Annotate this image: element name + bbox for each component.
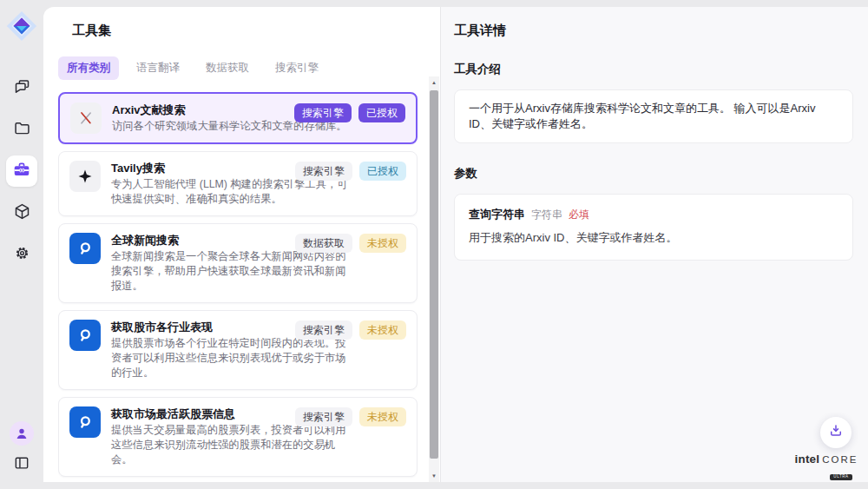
blueq-icon [69, 233, 101, 264]
page-title: 工具集 [72, 23, 418, 39]
app-logo-icon [5, 10, 38, 43]
rail-bottom [10, 421, 34, 472]
category-badge: 搜索引擎 [295, 162, 352, 181]
category-badge: 数据获取 [295, 234, 352, 253]
param-card: 查询字符串 字符串 必填 用于搜索的Arxiv ID、关键字或作者姓名。 [454, 194, 853, 261]
blueq-icon [69, 320, 101, 351]
tool-list-pane: 工具集 所有类别语言翻译数据获取搜索引擎 Arxiv文献搜索 访问各个研究领域大… [58, 7, 418, 482]
tool-description: 提供股票市场各个行业在特定时间段内的表现。投资者可以利用这些信息来识别表现优于或… [111, 336, 352, 380]
category-badge: 搜索引擎 [294, 103, 352, 122]
detail-title: 工具详情 [454, 23, 852, 39]
intro-text: 一个用于从Arxiv存储库搜索科学论文和文章的工具。 输入可以是Arxiv ID… [454, 89, 853, 143]
download-icon [828, 423, 844, 442]
rail-item-cube[interactable] [6, 197, 37, 228]
cube-icon [13, 202, 31, 224]
panel-toggle-icon [13, 454, 30, 472]
rail-item-folder[interactable] [6, 114, 37, 145]
settings-icon [13, 244, 31, 266]
avatar-icon [14, 426, 30, 441]
tool-card-list: Arxiv文献搜索 访问各个研究领域大量科学论文和文章的存储库。 搜索引擎 已授… [58, 92, 418, 482]
param-name: 查询字符串 [469, 207, 525, 222]
arxiv-icon [70, 102, 102, 134]
folder-icon [13, 119, 31, 141]
scroll-up-button[interactable]: ▲ [429, 76, 439, 89]
chat-icon [13, 77, 31, 99]
tab-3[interactable]: 搜索引擎 [266, 56, 327, 80]
tool-card[interactable]: 获取市场最活跃股票信息 提供当天交易量最高的股票列表，投资者可以利用这些信息来识… [58, 397, 418, 477]
tool-description: 专为人工智能代理 (LLM) 构建的搜索引擎工具，可快速提供实时、准确和真实的结… [111, 177, 352, 207]
params-heading: 参数 [454, 166, 852, 182]
blueq-icon [69, 406, 101, 438]
auth-status-badge: 未授权 [359, 320, 406, 340]
tool-card[interactable]: Arxiv文献搜索 访问各个研究领域大量科学论文和文章的存储库。 搜索引擎 已授… [58, 92, 418, 144]
intel-badge: ULTRA [830, 474, 852, 481]
category-badge: 搜索引擎 [295, 320, 352, 340]
auth-status-badge: 未授权 [359, 234, 406, 253]
left-rail [0, 0, 43, 482]
scroll-down-button[interactable]: ▼ [429, 470, 439, 482]
tool-description: 提供当天交易量最高的股票列表，投资者可以利用这些信息来识别流动性强的股票和潜在的… [111, 423, 352, 467]
intel-core-logo: intel CORE ULTRA [796, 453, 857, 481]
param-desc: 用于搜索的Arxiv ID、关键字或作者姓名。 [469, 230, 838, 246]
category-tabs: 所有类别语言翻译数据获取搜索引擎 [58, 56, 418, 80]
auth-status-badge: 未授权 [359, 407, 406, 426]
scrollbar-thumb[interactable] [430, 90, 438, 459]
tool-card[interactable]: 获取股市各行业表现 提供股票市场各个行业在特定时间段内的表现。投资者可以利用这些… [58, 310, 418, 390]
param-required-badge: 必填 [569, 208, 589, 222]
tool-card[interactable]: 全球新闻搜索 全球新闻搜索是一个聚合全球各大新闻网站内容的搜索引擎，帮助用户快速… [58, 223, 418, 303]
tool-badges: 搜索引擎 已授权 [294, 103, 405, 122]
tool-card[interactable]: Tavily搜索 专为人工智能代理 (LLM) 构建的搜索引擎工具，可快速提供实… [58, 151, 418, 216]
rail-item-avatar[interactable] [10, 421, 34, 446]
rail-item-panel-toggle[interactable] [13, 454, 30, 472]
main-panel: 工具集 所有类别语言翻译数据获取搜索引擎 Arxiv文献搜索 访问各个研究领域大… [43, 7, 868, 482]
list-scrollbar[interactable]: ▲ ▼ [429, 76, 439, 482]
tab-0[interactable]: 所有类别 [58, 56, 119, 80]
rail-item-settings[interactable] [6, 239, 37, 270]
tool-badges: 搜索引擎 未授权 [295, 320, 406, 340]
app-window: 工具集 所有类别语言翻译数据获取搜索引擎 Arxiv文献搜索 访问各个研究领域大… [0, 0, 868, 489]
tool-badges: 数据获取 未授权 [295, 234, 406, 253]
category-badge: 搜索引擎 [295, 407, 352, 426]
intro-heading: 工具介绍 [454, 62, 852, 77]
tool-badges: 搜索引擎 已授权 [295, 162, 406, 181]
download-button[interactable] [820, 417, 852, 448]
intel-wordmark: intel [795, 453, 820, 466]
rail-item-chat[interactable] [6, 72, 37, 103]
star-icon [69, 161, 101, 192]
tool-detail-pane: 工具详情 工具介绍 一个用于从Arxiv存储库搜索科学论文和文章的工具。 输入可… [440, 7, 868, 482]
tool-description: 全球新闻搜索是一个聚合全球各大新闻网站内容的搜索引擎，帮助用户快速获取全球最新资… [111, 249, 352, 294]
tab-2[interactable]: 数据获取 [197, 56, 258, 80]
toolbox-icon [12, 160, 31, 182]
auth-status-badge: 已授权 [358, 103, 405, 122]
rail-nav [6, 72, 37, 270]
param-type: 字符串 [531, 208, 562, 222]
core-wordmark: CORE [822, 454, 858, 465]
rail-item-toolbox[interactable] [6, 155, 37, 187]
tab-1[interactable]: 语言翻译 [128, 56, 188, 80]
tool-badges: 搜索引擎 未授权 [295, 407, 406, 426]
auth-status-badge: 已授权 [359, 162, 406, 181]
